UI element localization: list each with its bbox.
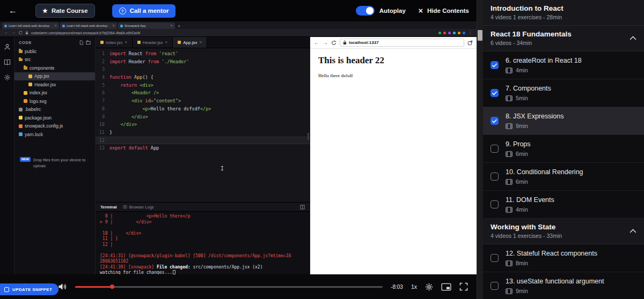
code-line[interactable]: 9 </div> <box>96 113 310 121</box>
browser-refresh-icon[interactable] <box>18 31 23 35</box>
preview-address-bar[interactable]: localhost:1337 <box>340 39 464 47</box>
tab-close-icon[interactable]: × <box>170 24 173 28</box>
file-item[interactable]: yarn.lock <box>14 130 95 139</box>
lesson-checkbox[interactable] <box>491 200 499 208</box>
file-item[interactable]: snowpack.config.js <box>14 122 95 131</box>
browser-tab[interactable]: Learn full-stack web develop× <box>60 23 117 29</box>
code-line[interactable]: 4function App() { <box>96 73 310 81</box>
update-snippet-button[interactable]: UPDATE SNIPPET <box>0 283 58 295</box>
hide-contents-button[interactable]: × Hide Contents <box>419 7 469 14</box>
split-panel-icon[interactable] <box>300 205 305 210</box>
file-item[interactable]: src <box>14 56 95 64</box>
url-text[interactable]: codedamn.com/playground/react-snowpack:b… <box>31 31 436 35</box>
file-item[interactable]: Header.jsx <box>14 80 95 89</box>
browser-tab[interactable]: Learn full-stack web develop× <box>2 23 59 29</box>
tab-close-icon[interactable]: × <box>125 40 127 44</box>
rate-course-button[interactable]: ★ Rate Course <box>35 4 95 18</box>
player-settings-icon[interactable] <box>425 283 433 291</box>
open-external-icon[interactable] <box>467 40 473 46</box>
editor-tab[interactable]: index.jsx× <box>96 37 133 48</box>
preview-forward-icon[interactable]: → <box>323 40 328 46</box>
browser-back-icon[interactable]: ← <box>4 31 9 35</box>
file-item[interactable]: index.jsx <box>14 89 95 98</box>
lesson-item[interactable]: 7. Components5min <box>483 79 644 107</box>
new-tab-icon[interactable]: + <box>178 24 180 29</box>
fullscreen-icon[interactable] <box>459 282 468 291</box>
new-file-icon[interactable] <box>79 40 84 45</box>
browser-forward-icon[interactable]: → <box>11 31 16 35</box>
call-mentor-button[interactable]: ? Call a mentor <box>112 4 176 18</box>
code-line[interactable]: 8 <p>Hello there dsfsdf</p> <box>96 105 310 113</box>
autoplay-toggle[interactable] <box>356 6 375 16</box>
code-line[interactable]: 7 <div id="content"> <box>96 97 310 105</box>
lesson-checkbox[interactable] <box>491 61 499 69</box>
lesson-item[interactable]: 8. JSX Expressions9min <box>483 107 644 135</box>
preview-refresh-icon[interactable] <box>331 40 336 46</box>
lesson-item[interactable]: 6. createRoot in React 184min <box>483 51 644 79</box>
code-line[interactable]: 3 <box>96 65 310 73</box>
scrollbar-thumb[interactable] <box>478 30 482 41</box>
terminal-output[interactable]: 8 | <p>Hello there</p> 9 | </div> 10 | <… <box>96 212 310 274</box>
lesson-checkbox[interactable] <box>491 117 499 125</box>
extension-icon[interactable] <box>453 32 456 34</box>
code-line[interactable]: 1import React from 'react' <box>96 50 310 58</box>
preview-back-icon[interactable]: ← <box>314 40 319 46</box>
seek-bar[interactable] <box>75 286 383 288</box>
extension-icon[interactable] <box>463 32 465 34</box>
code-line[interactable]: 10 </div> <box>96 121 310 129</box>
lesson-checkbox[interactable] <box>491 254 499 262</box>
back-arrow-icon[interactable]: ← <box>9 6 21 16</box>
tab-close-icon[interactable]: × <box>165 40 168 44</box>
file-item[interactable]: .babelrc <box>14 106 95 114</box>
video-frame[interactable]: Learn full-stack web develop×Learn full-… <box>0 21 477 274</box>
browser-tab[interactable]: Snowpack App× <box>118 23 175 29</box>
chevron-up-icon[interactable] <box>630 229 636 233</box>
settings-gear-icon[interactable] <box>4 74 11 81</box>
file-item[interactable]: package.json <box>14 114 95 122</box>
editor-tab[interactable]: Header.jsx× <box>133 37 173 48</box>
new-folder-icon[interactable] <box>86 40 91 45</box>
pip-icon[interactable] <box>441 283 451 291</box>
file-item[interactable]: App.jsx <box>14 72 95 81</box>
lesson-item[interactable]: 12. Stateful React components8min <box>483 244 644 272</box>
tab-close-icon[interactable]: × <box>112 24 115 28</box>
file-item[interactable]: components <box>14 64 95 72</box>
lesson-item[interactable]: 11. DOM Events4min <box>483 191 644 219</box>
tab-close-icon[interactable]: × <box>200 40 202 44</box>
file-item[interactable]: logo.svg <box>14 97 95 106</box>
extension-icon[interactable] <box>448 32 451 34</box>
extension-icon[interactable] <box>458 32 460 34</box>
lesson-item[interactable]: 9. Props6min <box>483 135 644 163</box>
profile-icon[interactable] <box>4 43 11 50</box>
terminal-tab[interactable]: Terminal <box>100 205 117 210</box>
section-header[interactable]: Introduction to React4 videos 1 exercise… <box>483 0 644 26</box>
lesson-item[interactable]: 10. Conditional Rendering6min <box>483 163 644 191</box>
code-line[interactable]: 6 <Header /> <box>96 89 310 97</box>
volume-icon[interactable] <box>58 283 67 290</box>
code-line[interactable]: 2import Header from './Header' <box>96 58 310 66</box>
chevron-up-icon[interactable] <box>630 36 636 40</box>
editor-tab[interactable]: App.jsx× <box>173 37 207 48</box>
playback-speed-button[interactable]: 1x <box>411 283 417 290</box>
seek-bar-handle[interactable] <box>110 285 114 289</box>
lesson-checkbox[interactable] <box>491 173 499 181</box>
section-header[interactable]: React 18 Fundamentals6 videos - 34min <box>483 26 644 51</box>
library-icon[interactable] <box>4 59 11 65</box>
tab-close-icon[interactable]: × <box>54 24 57 28</box>
code-editor[interactable]: I 1import React from 'react'2import Head… <box>96 48 310 202</box>
browser-menu-icon[interactable]: ⋮ <box>468 31 472 35</box>
lesson-checkbox[interactable] <box>491 145 499 153</box>
code-line[interactable]: 13export default App <box>96 144 310 152</box>
file-item[interactable]: public <box>14 47 95 56</box>
code-line[interactable]: 5 return <div> <box>96 81 310 89</box>
lesson-item[interactable]: 13. useState functional argument9min <box>483 272 644 299</box>
code-line[interactable]: 12 <box>96 137 310 145</box>
lesson-checkbox[interactable] <box>491 89 499 97</box>
section-header[interactable]: Working with State4 videos 1 exercises -… <box>483 219 644 244</box>
editor-scrollbar-thumb[interactable] <box>308 133 309 140</box>
lesson-checkbox[interactable] <box>491 282 499 290</box>
code-line[interactable]: 11} <box>96 129 310 137</box>
extension-icon[interactable] <box>443 32 446 34</box>
page-scrollbar[interactable] <box>477 0 483 299</box>
extension-icon[interactable] <box>438 32 441 34</box>
